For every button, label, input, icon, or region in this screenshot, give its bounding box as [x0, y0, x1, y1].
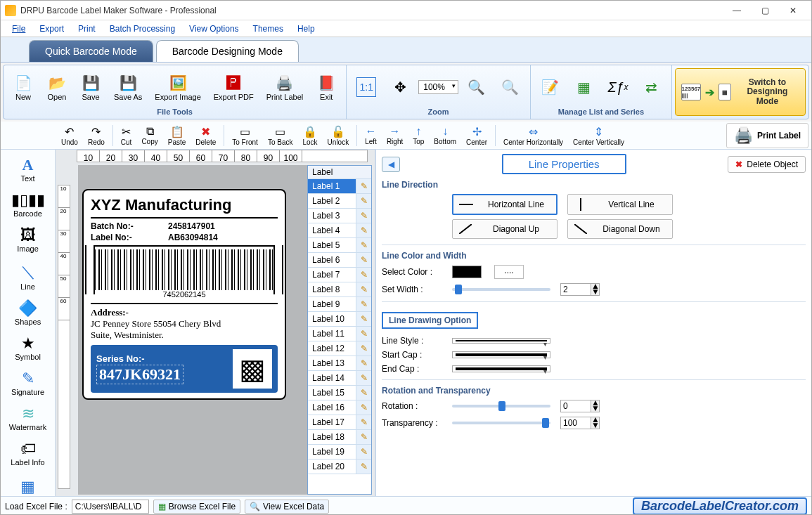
zoom-hand-button[interactable]: ✥: [385, 75, 415, 99]
dir-diag-down-button[interactable]: Diagonal Down: [567, 219, 673, 239]
close-button[interactable]: ✕: [779, 1, 807, 20]
edit-icon[interactable]: ✎: [356, 356, 371, 370]
label-list-item[interactable]: Label 10✎: [308, 312, 371, 327]
edit-icon[interactable]: ✎: [356, 282, 371, 296]
edit-icon[interactable]: ✎: [356, 209, 371, 223]
manage-fx-button[interactable]: Σƒx: [602, 67, 633, 107]
transparency-slider[interactable]: [452, 422, 550, 424]
color-more-button[interactable]: ....: [494, 265, 524, 279]
tab-design-mode[interactable]: Barcode Designing Mode: [156, 40, 299, 62]
edit-icon[interactable]: ✎: [356, 194, 371, 208]
label-list-item[interactable]: Label 17✎: [308, 415, 371, 430]
edit-icon[interactable]: ✎: [356, 400, 371, 415]
dir-vertical-button[interactable]: Vertical Line: [567, 194, 673, 215]
dir-horizontal-button[interactable]: Horizontal Line: [452, 194, 558, 215]
delete-button[interactable]: ✖Delete: [191, 124, 220, 148]
label-list-item[interactable]: Label 20✎: [308, 459, 371, 474]
export-pdf-button[interactable]: 🅿Export PDF: [209, 67, 259, 107]
open-button[interactable]: 📂Open: [41, 67, 72, 107]
label-list-item[interactable]: Label 8✎: [308, 282, 371, 297]
label-list-item[interactable]: Label 6✎: [308, 253, 371, 268]
label-preview[interactable]: XYZ Manufacturing Batch No:-2458147901 L…: [82, 189, 286, 400]
tool-line[interactable]: ＼Line: [6, 258, 51, 294]
menu-export[interactable]: Export: [32, 22, 71, 36]
label-list-item[interactable]: Label 5✎: [308, 238, 371, 253]
center-v-button[interactable]: ⇕Center Vertically: [569, 124, 629, 148]
dir-diag-up-button[interactable]: Diagonal Up: [452, 219, 558, 239]
undo-button[interactable]: ↶Undo: [57, 124, 82, 148]
tool-signature[interactable]: ✎Signature: [6, 366, 51, 400]
tool-label-info[interactable]: 🏷Label Info: [6, 436, 51, 470]
label-list-item[interactable]: Label 15✎: [308, 386, 371, 400]
zoom-out-button[interactable]: 🔍: [495, 75, 526, 99]
tool-barcode[interactable]: ▮▯▮▮Barcode: [6, 188, 51, 221]
zoom-fit-button[interactable]: 1:1: [351, 75, 382, 99]
menu-batch[interactable]: Batch Processing: [103, 22, 182, 36]
props-back-button[interactable]: ◀: [382, 157, 400, 172]
tool-symbol[interactable]: ★Symbol: [6, 331, 51, 365]
label-list-item[interactable]: Label 7✎: [308, 268, 371, 282]
label-list-item[interactable]: Label 12✎: [308, 341, 371, 356]
menu-themes[interactable]: Themes: [246, 22, 290, 36]
transparency-input[interactable]: 100: [560, 417, 591, 429]
tool-grid[interactable]: ▦Grid: [6, 474, 51, 496]
zoom-in-button[interactable]: 🔍: [461, 75, 492, 99]
manage-refresh-button[interactable]: ⇄: [636, 67, 667, 107]
unlock-button[interactable]: 🔓Unlock: [323, 124, 354, 148]
excel-path-field[interactable]: C:\Users\IBALL\D: [72, 500, 149, 514]
paste-button[interactable]: 📋Paste: [164, 124, 191, 148]
edit-icon[interactable]: ✎: [356, 268, 371, 282]
switch-mode-button[interactable]: 123567|||| ➔ ▦ Switch to Designing Mode: [675, 68, 806, 116]
rotation-input[interactable]: 0: [560, 400, 591, 412]
end-cap-select[interactable]: [452, 365, 550, 372]
transparency-spinner[interactable]: ▲▼: [591, 417, 600, 429]
edit-icon[interactable]: ✎: [356, 312, 371, 326]
width-slider[interactable]: [452, 288, 550, 291]
align-center-button[interactable]: ✢Center: [462, 124, 491, 148]
edit-icon[interactable]: ✎: [356, 371, 371, 385]
redo-button[interactable]: ↷Redo: [84, 124, 109, 148]
width-input[interactable]: 2: [560, 283, 591, 296]
copy-button[interactable]: ⧉Copy: [137, 124, 162, 147]
lock-button[interactable]: 🔒Lock: [298, 124, 321, 148]
edit-icon[interactable]: ✎: [356, 327, 371, 341]
browse-excel-button[interactable]: ▦Browse Excel File: [153, 500, 240, 514]
edit-icon[interactable]: ✎: [356, 179, 371, 193]
tool-shapes[interactable]: 🔷Shapes: [6, 296, 51, 330]
minimize-button[interactable]: —: [723, 1, 751, 20]
label-list-item[interactable]: Label 19✎: [308, 445, 371, 459]
tab-quick-mode[interactable]: Quick Barcode Mode: [29, 40, 153, 62]
label-list-item[interactable]: Label 1✎: [308, 179, 371, 194]
delete-object-button[interactable]: ✖Delete Object: [728, 156, 806, 173]
align-bottom-button[interactable]: ↓Bottom: [430, 124, 460, 147]
menu-view[interactable]: View Options: [182, 22, 245, 36]
edit-icon[interactable]: ✎: [356, 253, 371, 267]
edit-icon[interactable]: ✎: [356, 445, 371, 459]
print-label-button[interactable]: 🖨️Print Label: [262, 67, 309, 107]
manage-excel-button[interactable]: ▦: [569, 67, 600, 107]
menu-help[interactable]: Help: [290, 22, 322, 36]
color-swatch[interactable]: [452, 266, 482, 278]
menu-print[interactable]: Print: [71, 22, 103, 36]
edit-icon[interactable]: ✎: [356, 238, 371, 252]
edit-icon[interactable]: ✎: [356, 459, 371, 474]
align-top-button[interactable]: ↑Top: [408, 124, 428, 147]
tool-image[interactable]: 🖼Image: [6, 223, 51, 256]
edit-icon[interactable]: ✎: [356, 430, 371, 444]
edit-icon[interactable]: ✎: [356, 297, 371, 311]
label-list-item[interactable]: Label 2✎: [308, 194, 371, 209]
label-list-item[interactable]: Label 3✎: [308, 209, 371, 223]
cut-button[interactable]: ✂Cut: [117, 124, 136, 148]
label-list-item[interactable]: Label 13✎: [308, 356, 371, 371]
edit-icon[interactable]: ✎: [356, 223, 371, 237]
to-front-button[interactable]: ▭To Front: [228, 124, 262, 148]
align-right-button[interactable]: →Right: [382, 124, 407, 147]
to-back-button[interactable]: ▭To Back: [264, 124, 297, 148]
line-style-select[interactable]: [452, 338, 550, 344]
width-spinner[interactable]: ▲▼: [591, 283, 600, 296]
menu-file[interactable]: File: [5, 22, 32, 36]
new-button[interactable]: 📄New: [8, 67, 39, 107]
zoom-level-select[interactable]: 100%: [418, 80, 458, 94]
export-image-button[interactable]: 🖼️Export Image: [150, 67, 205, 107]
label-list-item[interactable]: Label 14✎: [308, 371, 371, 386]
